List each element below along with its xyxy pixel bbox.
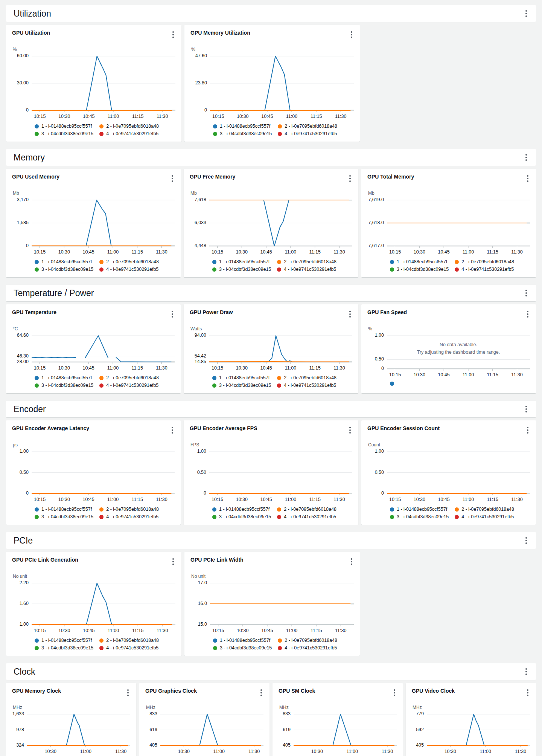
x-axis-label: 10:30 <box>237 628 248 633</box>
kebab-menu-icon[interactable] <box>348 425 352 435</box>
kebab-menu-icon[interactable] <box>525 425 530 435</box>
kebab-menu-icon[interactable] <box>171 556 175 567</box>
kebab-menu-icon[interactable] <box>392 687 397 698</box>
chart-plot[interactable] <box>32 200 175 248</box>
kebab-menu-icon[interactable] <box>524 535 528 546</box>
chart-plot[interactable] <box>427 714 530 748</box>
legend-item[interactable]: 3 - i-04cdbf3d38ec09e15 <box>390 514 449 520</box>
chart-plot[interactable] <box>32 451 175 496</box>
chart-plot[interactable] <box>160 714 263 748</box>
legend-item[interactable]: 4 - i-0e9741c530291efb5 <box>99 382 159 389</box>
legend-item[interactable]: 3 - i-04cdbf3d38ec09e15 <box>212 382 271 389</box>
kebab-menu-icon[interactable] <box>348 173 352 184</box>
legend-item[interactable]: 2 - i-0e7095ebfd6018a48 <box>99 259 159 265</box>
chart-plot[interactable] <box>210 56 354 113</box>
legend-item[interactable]: 3 - i-04cdbf3d38ec09e15 <box>212 266 271 273</box>
legend-item[interactable]: 4 - i-0e9741c530291efb5 <box>277 266 336 273</box>
legend-item[interactable]: 4 - i-0e9741c530291efb5 <box>278 131 337 137</box>
card-row: GPU Utilization%60.0030.00010:1510:3010:… <box>6 25 536 142</box>
chart-area: 833619405 <box>145 714 263 748</box>
legend-item[interactable]: 1 - i-01488ecb95ccf557f <box>212 506 271 513</box>
kebab-menu-icon[interactable] <box>170 425 175 435</box>
legend-item[interactable]: 2 - i-0e7095ebfd6018a48 <box>277 375 336 381</box>
y-axis-label: 54.42 <box>195 353 206 359</box>
legend-item[interactable]: 1 - i-01488ecb95ccf557f <box>390 506 449 513</box>
legend-item[interactable]: 4 - i-0e9741c530291efb5 <box>277 382 336 389</box>
card-title: GPU Encoder Session Count <box>367 425 440 432</box>
legend-item[interactable]: 4 - i-0e9741c530291efb5 <box>99 266 159 273</box>
legend-item[interactable]: 2 - i-0e7095ebfd6018a48 <box>278 637 337 644</box>
legend-item[interactable]: 2 - i-0e7095ebfd6018a48 <box>99 637 159 644</box>
legend-item[interactable]: 2 - i-0e7095ebfd6018a48 <box>455 506 514 513</box>
legend-item[interactable]: 4 - i-0e9741c530291efb5 <box>278 645 337 651</box>
x-axis: 10:1510:3010:4511:0011:1511:30 <box>12 113 175 119</box>
chart-plot[interactable] <box>32 335 175 364</box>
x-axis-labels: 10:1510:3010:4511:0011:1511:30 <box>32 248 175 255</box>
legend-item[interactable]: 4 - i-0e9741c530291efb5 <box>99 514 159 520</box>
legend-item[interactable]: 1 - i-01488ecb95ccf557f <box>35 637 93 644</box>
legend-item[interactable]: 3 - i-04cdbf3d38ec09e15 <box>390 266 449 273</box>
y-axis-label: 592 <box>416 727 424 732</box>
legend-item[interactable]: 2 - i-0e7095ebfd6018a48 <box>277 259 336 265</box>
chart-plot[interactable] <box>32 583 175 627</box>
legend-item[interactable] <box>390 382 530 386</box>
legend-item[interactable]: 3 - i-04cdbf3d38ec09e15 <box>35 131 93 137</box>
legend-item[interactable]: 1 - i-01488ecb95ccf557f <box>213 123 272 130</box>
legend-item[interactable]: 4 - i-0e9741c530291efb5 <box>455 514 514 520</box>
chart-plot[interactable] <box>387 451 530 496</box>
legend-item[interactable]: 2 - i-0e7095ebfd6018a48 <box>99 123 159 130</box>
chart-plot[interactable] <box>32 56 175 113</box>
kebab-menu-icon[interactable] <box>349 29 354 40</box>
legend-item[interactable]: 1 - i-01488ecb95ccf557f <box>35 259 93 265</box>
legend-item[interactable]: 3 - i-04cdbf3d38ec09e15 <box>35 382 93 389</box>
chart-plot[interactable] <box>209 200 352 248</box>
kebab-menu-icon[interactable] <box>524 404 528 414</box>
kebab-menu-icon[interactable] <box>524 666 528 677</box>
chart-plot[interactable] <box>209 451 352 496</box>
legend-item[interactable]: 4 - i-0e9741c530291efb5 <box>99 645 159 651</box>
legend-item[interactable]: 3 - i-04cdbf3d38ec09e15 <box>35 266 93 273</box>
legend-item[interactable]: 1 - i-01488ecb95ccf557f <box>390 259 449 265</box>
kebab-menu-icon[interactable] <box>525 173 530 184</box>
kebab-menu-icon[interactable] <box>170 309 175 319</box>
kebab-menu-icon[interactable] <box>524 288 528 298</box>
x-axis: 10:1510:3010:4511:0011:1511:30 <box>12 496 175 502</box>
legend-item[interactable]: 3 - i-04cdbf3d38ec09e15 <box>213 645 272 651</box>
kebab-menu-icon[interactable] <box>170 173 175 184</box>
legend-item[interactable]: 2 - i-0e7095ebfd6018a48 <box>99 506 159 513</box>
legend-item[interactable]: 1 - i-01488ecb95ccf557f <box>35 506 93 513</box>
legend-item[interactable]: 3 - i-04cdbf3d38ec09e15 <box>35 514 93 520</box>
kebab-menu-icon[interactable] <box>348 309 352 319</box>
legend-item[interactable]: 2 - i-0e7095ebfd6018a48 <box>99 375 159 381</box>
kebab-menu-icon[interactable] <box>259 687 263 698</box>
legend-item[interactable]: 4 - i-0e9741c530291efb5 <box>455 266 514 273</box>
chart-plot[interactable] <box>387 200 530 248</box>
legend-item[interactable]: 1 - i-01488ecb95ccf557f <box>212 259 271 265</box>
legend-item[interactable]: 4 - i-0e9741c530291efb5 <box>277 514 336 520</box>
kebab-menu-icon[interactable] <box>524 8 528 19</box>
kebab-menu-icon[interactable] <box>171 29 175 40</box>
kebab-menu-icon[interactable] <box>525 309 530 319</box>
legend-item[interactable]: 1 - i-01488ecb95ccf557f <box>212 375 271 381</box>
legend-item[interactable]: 2 - i-0e7095ebfd6018a48 <box>277 506 336 513</box>
legend-item[interactable]: 2 - i-0e7095ebfd6018a48 <box>278 123 337 130</box>
legend-item[interactable]: 3 - i-04cdbf3d38ec09e15 <box>213 131 272 137</box>
chart-plot[interactable] <box>210 583 354 627</box>
legend-item[interactable]: 1 - i-01488ecb95ccf557f <box>213 637 272 644</box>
legend-item[interactable]: 1 - i-01488ecb95ccf557f <box>35 123 93 130</box>
legend-item[interactable]: 3 - i-04cdbf3d38ec09e15 <box>35 645 93 651</box>
kebab-menu-icon[interactable] <box>525 687 530 698</box>
x-axis-label: 10:15 <box>389 372 401 377</box>
kebab-menu-icon[interactable] <box>126 687 130 698</box>
legend-item[interactable]: 2 - i-0e7095ebfd6018a48 <box>455 259 514 265</box>
kebab-menu-icon[interactable] <box>349 556 354 567</box>
kebab-menu-icon[interactable] <box>524 152 528 163</box>
chart-plot[interactable] <box>27 714 130 748</box>
legend-item[interactable]: 4 - i-0e9741c530291efb5 <box>99 131 159 137</box>
legend-item[interactable]: 3 - i-04cdbf3d38ec09e15 <box>212 514 271 520</box>
legend-item[interactable]: 1 - i-01488ecb95ccf557f <box>35 375 93 381</box>
chart-plot[interactable] <box>209 335 352 364</box>
x-axis-label: 10:45 <box>82 497 94 502</box>
x-axis-label: 11:30 <box>156 365 167 371</box>
chart-plot[interactable] <box>294 714 397 748</box>
